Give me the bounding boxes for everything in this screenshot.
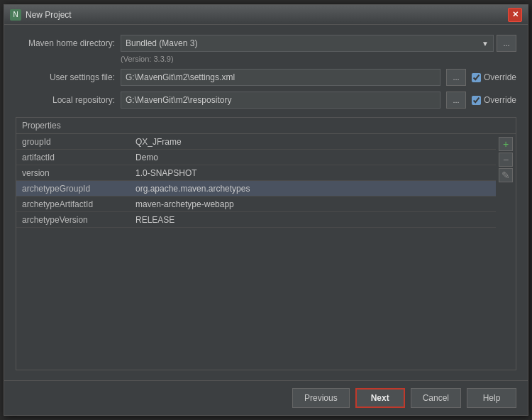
property-value: Demo xyxy=(135,153,490,162)
property-value: maven-archetype-webapp xyxy=(135,199,490,209)
properties-table-wrap: groupId QX_JFrame artifactId Demo versio… xyxy=(16,134,496,370)
close-button[interactable]: ✕ xyxy=(508,8,522,22)
user-settings-override-checkbox[interactable] xyxy=(472,73,481,82)
table-row[interactable]: groupId QX_JFrame xyxy=(16,134,496,150)
user-settings-row: User settings file: ... Override xyxy=(16,69,516,86)
property-value: 1.0-SNAPSHOT xyxy=(135,168,490,178)
maven-home-label: Maven home directory: xyxy=(16,38,115,48)
maven-home-select-wrap: Bundled (Maven 3) ▼ ... xyxy=(121,35,516,52)
user-settings-input[interactable] xyxy=(121,69,440,86)
property-value: RELEASE xyxy=(135,215,490,225)
property-value: QX_JFrame xyxy=(135,137,490,147)
dialog-icon: N xyxy=(10,9,21,21)
local-repo-override-checkbox[interactable] xyxy=(472,96,481,105)
user-settings-override-row: Override xyxy=(472,72,516,82)
local-repo-input[interactable] xyxy=(121,92,440,109)
property-key: archetypeArtifactId xyxy=(22,199,135,209)
maven-home-select[interactable]: Bundled (Maven 3) ▼ xyxy=(121,35,494,52)
table-row[interactable]: archetypeGroupId org.apache.maven.archet… xyxy=(16,181,496,197)
user-settings-browse-button[interactable]: ... xyxy=(446,69,466,86)
property-key: artifactId xyxy=(22,153,135,162)
cancel-button[interactable]: Cancel xyxy=(411,388,461,408)
user-settings-label: User settings file: xyxy=(16,72,115,82)
maven-home-browse-button[interactable]: ... xyxy=(497,35,516,52)
maven-version-text: (Version: 3.3.9) xyxy=(121,55,516,63)
dialog-content: Maven home directory: Bundled (Maven 3) … xyxy=(4,25,528,380)
add-property-button[interactable]: + xyxy=(499,137,513,151)
properties-side-buttons: + − ✎ xyxy=(496,134,516,370)
properties-with-buttons: groupId QX_JFrame artifactId Demo versio… xyxy=(16,134,516,370)
maven-home-row: Maven home directory: Bundled (Maven 3) … xyxy=(16,35,516,52)
property-key: groupId xyxy=(22,137,135,147)
local-repo-override-label: Override xyxy=(484,95,516,105)
property-value: org.apache.maven.archetypes xyxy=(135,184,490,194)
maven-dropdown-arrow: ▼ xyxy=(482,40,489,48)
property-key: archetypeGroupId xyxy=(22,184,135,194)
local-repo-browse-button[interactable]: ... xyxy=(446,92,466,109)
table-row[interactable]: archetypeArtifactId maven-archetype-weba… xyxy=(16,197,496,212)
maven-home-value: Bundled (Maven 3) xyxy=(126,38,197,48)
local-repo-override-row: Override xyxy=(472,95,516,105)
local-repo-row: Local repository: ... Override xyxy=(16,92,516,109)
property-key: archetypeVersion xyxy=(22,215,135,225)
properties-table: groupId QX_JFrame artifactId Demo versio… xyxy=(16,134,496,370)
table-row[interactable]: artifactId Demo xyxy=(16,150,496,165)
table-row[interactable]: archetypeVersion RELEASE xyxy=(16,212,496,228)
properties-header: Properties xyxy=(16,118,516,134)
property-key: version xyxy=(22,168,135,178)
properties-section: Properties groupId QX_JFrame artifactId … xyxy=(16,117,516,370)
dialog-title: New Project xyxy=(26,10,508,20)
icon-letter: N xyxy=(13,11,18,18)
edit-property-button[interactable]: ✎ xyxy=(499,168,513,182)
previous-button[interactable]: Previous xyxy=(292,388,350,408)
new-project-dialog: N New Project ✕ Maven home directory: Bu… xyxy=(4,4,528,416)
help-button[interactable]: Help xyxy=(467,388,516,408)
title-bar: N New Project ✕ xyxy=(4,5,528,25)
next-button[interactable]: Next xyxy=(355,388,405,408)
local-repo-label: Local repository: xyxy=(16,95,115,105)
remove-property-button[interactable]: − xyxy=(499,153,513,167)
user-settings-override-label: Override xyxy=(484,72,516,82)
dialog-footer: Previous Next Cancel Help xyxy=(4,380,528,415)
table-row[interactable]: version 1.0-SNAPSHOT xyxy=(16,165,496,181)
